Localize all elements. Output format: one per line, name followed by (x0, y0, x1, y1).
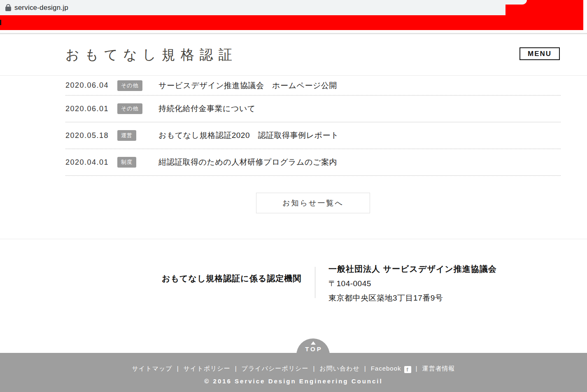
news-row[interactable]: 2020.04.01 制度 紺認証取得のための人材研修プログラムのご案内 (65, 149, 561, 176)
browser-address-bar[interactable]: service-design.jp (0, 0, 505, 15)
org-postal-code: 〒104-0045 (328, 278, 497, 289)
link-separator: | (177, 365, 179, 372)
top-label: TOP (296, 345, 330, 352)
news-title-link[interactable]: おもてなし規格認証2020 認証取得事例レポート (158, 130, 339, 141)
news-badge-cell: その他 (117, 103, 158, 114)
site-header: おもてなし規格認証 MENU (0, 34, 587, 76)
footer-link-operator-info[interactable]: 運営者情報 (422, 365, 455, 372)
category-badge: その他 (117, 80, 142, 91)
link-separator: | (313, 365, 315, 372)
address-bar-corner (505, 0, 527, 5)
org-address: 東京都中央区築地3丁目17番9号 (328, 293, 497, 303)
link-separator: | (416, 365, 418, 372)
facebook-icon[interactable]: f (404, 366, 411, 373)
news-date: 2020.05.18 (65, 131, 117, 140)
footer-link-site-policy[interactable]: サイトポリシー (184, 365, 231, 372)
org-vertical-divider (315, 267, 315, 298)
page: service-design.jp おもてなし規格認証 MENU 2020.06… (0, 0, 587, 392)
news-badge-cell: 運営 (117, 130, 158, 141)
section-divider (0, 239, 587, 239)
org-label: おもてなし規格認証に係る認定機関 (162, 273, 301, 284)
news-date: 2020.06.01 (65, 105, 117, 113)
link-separator: | (235, 365, 237, 372)
lock-icon[interactable] (5, 4, 11, 11)
news-title-link[interactable]: 紺認証取得のための人材研修プログラムのご案内 (158, 157, 337, 168)
category-badge: 制度 (117, 157, 136, 168)
footer-link-privacy-policy[interactable]: プライバシーポリシー (242, 365, 309, 372)
link-separator: | (364, 365, 366, 372)
footer-links: サイトマップ|サイトポリシー|プライバシーポリシー|お問い合わせ|Faceboo… (0, 353, 587, 373)
news-list: 2020.06.04 その他 サービスデザイン推進協議会 ホームページ公開 20… (65, 76, 561, 176)
footer-link-sitemap[interactable]: サイトマップ (132, 365, 172, 372)
banner-left-fragment (0, 20, 1, 25)
news-row[interactable]: 2020.06.04 その他 サービスデザイン推進協議会 ホームページ公開 (65, 76, 561, 96)
footer-link-facebook[interactable]: Facebook (371, 365, 401, 372)
category-badge: 運営 (117, 130, 136, 141)
url-text[interactable]: service-design.jp (14, 4, 68, 12)
category-badge: その他 (117, 103, 142, 114)
news-date: 2020.04.01 (65, 158, 117, 167)
news-title-link[interactable]: 持続化給付金事業について (158, 103, 256, 114)
menu-button[interactable]: MENU (519, 47, 560, 60)
page-footer: サイトマップ|サイトポリシー|プライバシーポリシー|お問い合わせ|Faceboo… (0, 353, 587, 392)
news-more-button[interactable]: お知らせ一覧へ (256, 193, 370, 213)
news-badge-cell: その他 (117, 80, 158, 91)
news-title-link[interactable]: サービスデザイン推進協議会 ホームページ公開 (158, 80, 337, 91)
up-arrow-icon (311, 341, 316, 345)
copyright: © 2016 Service Design Engineering Counci… (0, 378, 587, 385)
news-date: 2020.06.04 (65, 81, 117, 90)
news-row[interactable]: 2020.06.01 その他 持続化給付金事業について (65, 96, 561, 122)
news-row[interactable]: 2020.05.18 運営 おもてなし規格認証2020 認証取得事例レポート (65, 122, 561, 149)
org-name: 一般社団法人 サービスデザイン推進協議会 (328, 264, 497, 275)
org-details: 一般社団法人 サービスデザイン推進協議会 〒104-0045 東京都中央区築地3… (328, 264, 497, 303)
footer-link-contact[interactable]: お問い合わせ (319, 365, 359, 372)
site-logo[interactable]: おもてなし規格認証 (65, 46, 238, 64)
news-badge-cell: 制度 (117, 157, 158, 168)
